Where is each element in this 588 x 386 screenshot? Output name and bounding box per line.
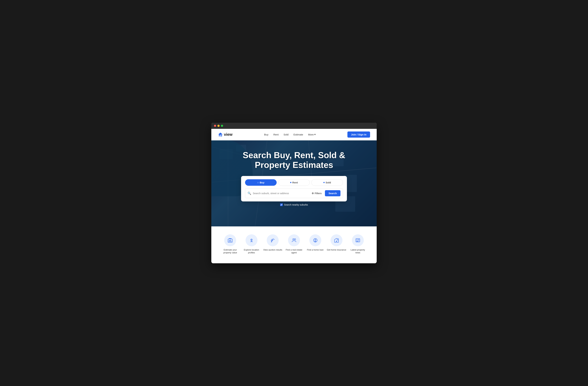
hero-content: Search Buy, Rent, Sold & Property Estima… — [211, 140, 377, 206]
minimize-dot[interactable] — [217, 125, 220, 127]
nearby-suburbs-label[interactable]: Search nearby suburbs — [284, 203, 308, 206]
auction-results-icon — [267, 234, 279, 246]
quick-links-grid: Estimate your property value Explore loc… — [220, 234, 368, 254]
home-insurance-icon — [331, 234, 342, 246]
property-news-icon — [352, 234, 364, 246]
quick-link-home-loan[interactable]: Find a home loan — [305, 234, 325, 251]
nav-buy[interactable]: Buy — [264, 133, 268, 136]
quick-link-estimate-value[interactable]: Estimate your property value — [220, 234, 240, 254]
search-input[interactable] — [253, 192, 308, 195]
svg-point-6 — [293, 239, 294, 240]
filters-button[interactable]: ⚙ Filters — [310, 191, 323, 196]
quick-link-home-insurance[interactable]: Get home insurance — [327, 234, 346, 251]
svg-rect-1 — [220, 135, 220, 136]
close-dot[interactable] — [214, 125, 216, 127]
search-input-row: 🔍 ⚙ Filters Search — [245, 188, 343, 198]
maximize-dot[interactable] — [221, 125, 223, 127]
svg-point-7 — [294, 239, 296, 240]
nearby-suburbs-row: Search nearby suburbs — [280, 203, 308, 206]
svg-rect-2 — [221, 135, 221, 135]
explore-location-label: Explore location profiles — [242, 249, 261, 254]
home-loan-icon — [309, 234, 321, 246]
quick-link-auction-results[interactable]: View auction results — [263, 234, 283, 251]
search-button[interactable]: Search — [325, 190, 340, 196]
sold-tab-dot — [323, 182, 325, 183]
tab-sold[interactable]: Sold — [311, 179, 343, 186]
hero-title: Search Buy, Rent, Sold & Property Estima… — [243, 150, 345, 170]
hero-section: Search Buy, Rent, Sold & Property Estima… — [211, 140, 377, 226]
nav-sold[interactable]: Sold — [284, 133, 289, 136]
find-agent-label: Find a real estate agent — [284, 249, 304, 254]
chevron-down-icon: ▾ — [314, 133, 316, 136]
home-loan-label: Find a home loan — [307, 249, 323, 251]
quick-link-find-agent[interactable]: Find a real estate agent — [284, 234, 304, 254]
nav-more[interactable]: More ▾ — [308, 133, 316, 136]
search-box: ○ Buy Rent Sold 🔍 ⚙ — [241, 176, 347, 201]
find-agent-icon — [288, 234, 300, 246]
rent-tab-dot — [290, 182, 291, 183]
search-tabs: ○ Buy Rent Sold — [245, 179, 343, 186]
nav-links: Buy Rent Sold Estimate More ▾ — [264, 133, 316, 136]
home-insurance-label: Get home insurance — [327, 249, 346, 251]
auction-results-label: View auction results — [263, 249, 282, 251]
logo-text: view — [224, 132, 232, 137]
quick-link-property-news[interactable]: Latest property news — [348, 234, 368, 254]
nav-rent[interactable]: Rent — [273, 133, 279, 136]
estimate-value-icon — [224, 234, 236, 246]
nav-estimate[interactable]: Estimate — [294, 133, 303, 136]
property-news-label: Latest property news — [348, 249, 368, 254]
tab-buy[interactable]: ○ Buy — [245, 179, 277, 186]
svg-point-5 — [251, 239, 252, 240]
browser-chrome — [211, 123, 377, 129]
estimate-value-label: Estimate your property value — [220, 249, 240, 254]
logo[interactable]: view — [218, 132, 232, 137]
join-signin-button[interactable]: Join / Sign In — [347, 131, 370, 138]
browser-window: view Buy Rent Sold Estimate More ▾ Join … — [211, 123, 377, 263]
quick-links-section: Estimate your property value Explore loc… — [211, 226, 377, 263]
navbar: view Buy Rent Sold Estimate More ▾ Join … — [211, 129, 377, 140]
explore-location-icon — [246, 234, 257, 246]
svg-rect-11 — [357, 239, 357, 240]
tab-rent[interactable]: Rent — [278, 179, 310, 186]
nearby-suburbs-checkbox[interactable] — [280, 203, 283, 206]
search-icon: 🔍 — [248, 192, 251, 195]
filters-icon: ⚙ — [312, 192, 314, 195]
buy-tab-icon: ○ — [257, 181, 259, 184]
quick-link-explore-location[interactable]: Explore location profiles — [242, 234, 261, 254]
logo-icon — [218, 132, 223, 137]
